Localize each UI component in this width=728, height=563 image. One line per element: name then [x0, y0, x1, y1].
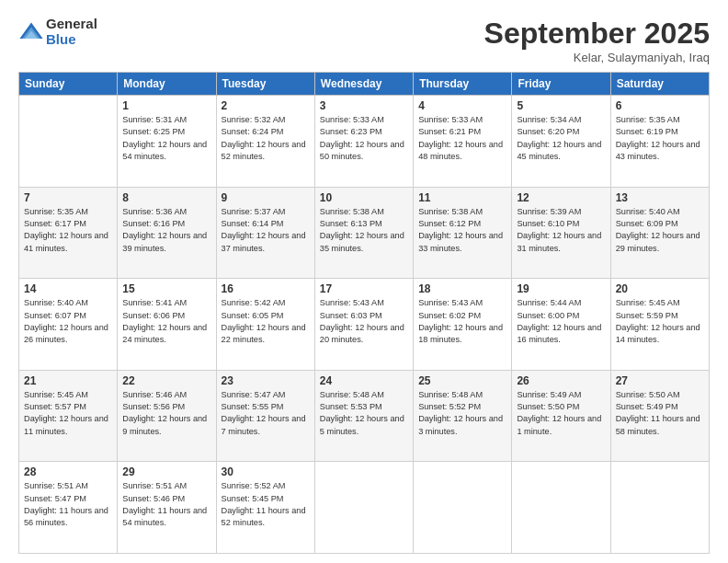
calendar-cell [314, 462, 413, 554]
calendar-cell: 20Sunrise: 5:45 AM Sunset: 5:59 PM Dayli… [610, 279, 709, 371]
day-info: Sunrise: 5:43 AM Sunset: 6:02 PM Dayligh… [418, 297, 506, 346]
day-info: Sunrise: 5:35 AM Sunset: 6:17 PM Dayligh… [24, 206, 112, 255]
day-info: Sunrise: 5:51 AM Sunset: 5:46 PM Dayligh… [122, 480, 210, 529]
month-title: September 2025 [484, 17, 710, 51]
day-number: 8 [122, 191, 210, 204]
day-info: Sunrise: 5:33 AM Sunset: 6:21 PM Dayligh… [418, 114, 506, 163]
day-number: 14 [24, 282, 112, 295]
day-number: 23 [222, 374, 310, 387]
calendar-cell: 21Sunrise: 5:45 AM Sunset: 5:57 PM Dayli… [19, 370, 118, 462]
day-number: 5 [517, 99, 605, 112]
calendar-week-row: 14Sunrise: 5:40 AM Sunset: 6:07 PM Dayli… [19, 279, 710, 371]
calendar-cell: 24Sunrise: 5:48 AM Sunset: 5:53 PM Dayli… [314, 370, 413, 462]
day-info: Sunrise: 5:48 AM Sunset: 5:53 PM Dayligh… [320, 389, 408, 438]
day-number: 15 [122, 282, 210, 295]
calendar-cell: 8Sunrise: 5:36 AM Sunset: 6:16 PM Daylig… [118, 187, 216, 279]
day-number: 9 [222, 191, 310, 204]
calendar-header-row: SundayMondayTuesdayWednesdayThursdayFrid… [19, 73, 710, 96]
calendar-cell: 3Sunrise: 5:33 AM Sunset: 6:23 PM Daylig… [314, 96, 413, 188]
day-info: Sunrise: 5:49 AM Sunset: 5:50 PM Dayligh… [517, 389, 605, 438]
day-number: 2 [222, 99, 310, 112]
day-info: Sunrise: 5:38 AM Sunset: 6:12 PM Dayligh… [418, 206, 506, 255]
calendar-cell: 26Sunrise: 5:49 AM Sunset: 5:50 PM Dayli… [512, 370, 610, 462]
calendar-cell: 4Sunrise: 5:33 AM Sunset: 6:21 PM Daylig… [414, 96, 512, 188]
day-info: Sunrise: 5:36 AM Sunset: 6:16 PM Dayligh… [122, 206, 210, 255]
logo-icon [18, 19, 44, 45]
day-info: Sunrise: 5:34 AM Sunset: 6:20 PM Dayligh… [517, 114, 605, 163]
calendar-cell: 14Sunrise: 5:40 AM Sunset: 6:07 PM Dayli… [19, 279, 118, 371]
calendar-cell [414, 462, 512, 554]
day-number: 21 [24, 374, 112, 387]
day-info: Sunrise: 5:44 AM Sunset: 6:00 PM Dayligh… [517, 297, 605, 346]
calendar-cell: 7Sunrise: 5:35 AM Sunset: 6:17 PM Daylig… [19, 187, 118, 279]
calendar-cell: 1Sunrise: 5:31 AM Sunset: 6:25 PM Daylig… [118, 96, 216, 188]
calendar-week-row: 21Sunrise: 5:45 AM Sunset: 5:57 PM Dayli… [19, 370, 710, 462]
calendar-cell: 13Sunrise: 5:40 AM Sunset: 6:09 PM Dayli… [610, 187, 709, 279]
calendar-table: SundayMondayTuesdayWednesdayThursdayFrid… [18, 72, 710, 554]
calendar-cell: 16Sunrise: 5:42 AM Sunset: 6:05 PM Dayli… [216, 279, 314, 371]
calendar-cell: 17Sunrise: 5:43 AM Sunset: 6:03 PM Dayli… [314, 279, 413, 371]
calendar-cell: 27Sunrise: 5:50 AM Sunset: 5:49 PM Dayli… [610, 370, 709, 462]
day-info: Sunrise: 5:32 AM Sunset: 6:24 PM Dayligh… [222, 114, 310, 163]
day-info: Sunrise: 5:51 AM Sunset: 5:47 PM Dayligh… [24, 480, 112, 529]
day-number: 18 [418, 282, 506, 295]
subtitle: Kelar, Sulaymaniyah, Iraq [484, 51, 710, 64]
day-info: Sunrise: 5:52 AM Sunset: 5:45 PM Dayligh… [222, 480, 310, 529]
calendar-cell: 25Sunrise: 5:48 AM Sunset: 5:52 PM Dayli… [414, 370, 512, 462]
calendar-cell: 12Sunrise: 5:39 AM Sunset: 6:10 PM Dayli… [512, 187, 610, 279]
day-number: 1 [122, 99, 210, 112]
calendar-cell: 30Sunrise: 5:52 AM Sunset: 5:45 PM Dayli… [216, 462, 314, 554]
calendar-cell: 18Sunrise: 5:43 AM Sunset: 6:02 PM Dayli… [414, 279, 512, 371]
day-number: 6 [616, 99, 704, 112]
day-number: 24 [320, 374, 408, 387]
calendar-cell: 15Sunrise: 5:41 AM Sunset: 6:06 PM Dayli… [118, 279, 216, 371]
day-info: Sunrise: 5:33 AM Sunset: 6:23 PM Dayligh… [320, 114, 408, 163]
day-number: 25 [418, 374, 506, 387]
calendar-week-row: 7Sunrise: 5:35 AM Sunset: 6:17 PM Daylig… [19, 187, 710, 279]
day-number: 11 [418, 191, 506, 204]
calendar-cell: 22Sunrise: 5:46 AM Sunset: 5:56 PM Dayli… [118, 370, 216, 462]
calendar-cell: 9Sunrise: 5:37 AM Sunset: 6:14 PM Daylig… [216, 187, 314, 279]
calendar-cell: 5Sunrise: 5:34 AM Sunset: 6:20 PM Daylig… [512, 96, 610, 188]
column-header-friday: Friday [512, 73, 610, 96]
day-info: Sunrise: 5:42 AM Sunset: 6:05 PM Dayligh… [222, 297, 310, 346]
day-info: Sunrise: 5:43 AM Sunset: 6:03 PM Dayligh… [320, 297, 408, 346]
day-number: 30 [222, 465, 310, 478]
day-info: Sunrise: 5:50 AM Sunset: 5:49 PM Dayligh… [616, 389, 704, 438]
title-section: September 2025 Kelar, Sulaymaniyah, Iraq [484, 17, 710, 64]
day-number: 16 [222, 282, 310, 295]
day-info: Sunrise: 5:39 AM Sunset: 6:10 PM Dayligh… [517, 206, 605, 255]
day-number: 26 [517, 374, 605, 387]
column-header-saturday: Saturday [610, 73, 709, 96]
logo-general-text: General [46, 17, 97, 32]
calendar-cell: 6Sunrise: 5:35 AM Sunset: 6:19 PM Daylig… [610, 96, 709, 188]
logo-blue-text: Blue [46, 32, 97, 48]
day-info: Sunrise: 5:38 AM Sunset: 6:13 PM Dayligh… [320, 206, 408, 255]
column-header-wednesday: Wednesday [314, 73, 413, 96]
day-info: Sunrise: 5:46 AM Sunset: 5:56 PM Dayligh… [122, 389, 210, 438]
day-number: 10 [320, 191, 408, 204]
day-number: 20 [616, 282, 704, 295]
day-info: Sunrise: 5:35 AM Sunset: 6:19 PM Dayligh… [616, 114, 704, 163]
page: General Blue September 2025 Kelar, Sulay… [0, 0, 728, 563]
logo: General Blue [18, 17, 97, 47]
day-number: 22 [122, 374, 210, 387]
day-number: 28 [24, 465, 112, 478]
logo-text: General Blue [46, 17, 97, 47]
day-info: Sunrise: 5:41 AM Sunset: 6:06 PM Dayligh… [122, 297, 210, 346]
day-number: 13 [616, 191, 704, 204]
day-info: Sunrise: 5:40 AM Sunset: 6:09 PM Dayligh… [616, 206, 704, 255]
day-number: 29 [122, 465, 210, 478]
column-header-sunday: Sunday [19, 73, 118, 96]
column-header-monday: Monday [118, 73, 216, 96]
calendar-cell: 19Sunrise: 5:44 AM Sunset: 6:00 PM Dayli… [512, 279, 610, 371]
column-header-tuesday: Tuesday [216, 73, 314, 96]
day-info: Sunrise: 5:45 AM Sunset: 5:59 PM Dayligh… [616, 297, 704, 346]
calendar-cell: 10Sunrise: 5:38 AM Sunset: 6:13 PM Dayli… [314, 187, 413, 279]
calendar-cell [610, 462, 709, 554]
calendar-cell [512, 462, 610, 554]
day-info: Sunrise: 5:40 AM Sunset: 6:07 PM Dayligh… [24, 297, 112, 346]
day-number: 7 [24, 191, 112, 204]
day-info: Sunrise: 5:31 AM Sunset: 6:25 PM Dayligh… [122, 114, 210, 163]
day-number: 12 [517, 191, 605, 204]
